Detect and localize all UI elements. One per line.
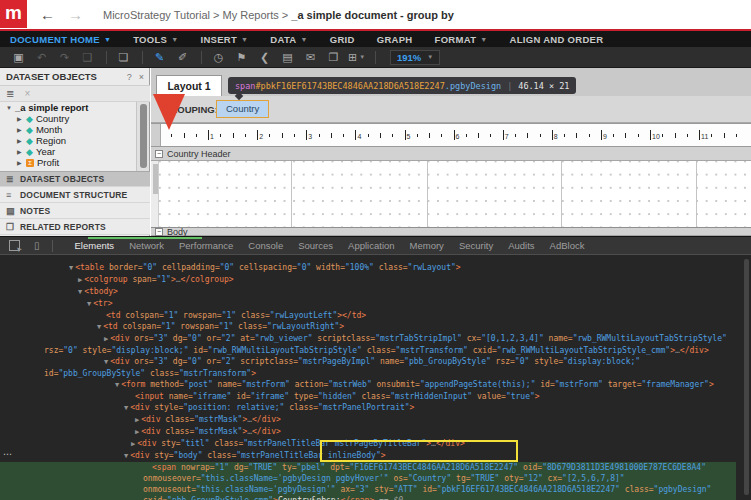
sidebar-item-document-structure[interactable]: ≡DOCUMENT STRUCTURE	[0, 187, 150, 203]
tree-root-a-simple-report[interactable]: ▼_a simple report	[0, 102, 136, 113]
share-icon[interactable]: ❮	[254, 49, 275, 65]
dom-tree-node[interactable]: <td colspan="1" rowspan="1" class="rwLay…	[0, 310, 736, 321]
breadcrumb-path[interactable]: MicroStrategy Tutorial > My Reports >	[103, 9, 291, 21]
expand-arrow-icon[interactable]: ▼	[124, 404, 128, 412]
expand-arrow-icon[interactable]: ▶	[135, 416, 139, 424]
expand-arrow-icon[interactable]: ▼	[124, 452, 128, 460]
expand-arrow-icon[interactable]: ▼	[115, 381, 119, 389]
forward-arrow-icon[interactable]: →	[68, 6, 83, 23]
dom-tree-node[interactable]: ▼<div style="position: relative;" class=…	[0, 402, 736, 414]
help-icon[interactable]: ?	[127, 72, 132, 82]
dom-tree-node[interactable]: ▼<tr>	[0, 298, 736, 310]
menu-insert[interactable]: INSERT▼	[200, 34, 248, 45]
design-mode-icon[interactable]: ✎	[149, 49, 170, 65]
expand-arrow-icon[interactable]: ▶	[17, 148, 26, 155]
tree-item-year[interactable]: ▶◆Year	[0, 146, 136, 157]
zoom-select[interactable]: 191% ▼	[390, 50, 440, 65]
dom-tree-node[interactable]: <span nowrap="1" dg="TRUE" ty="pbel" dpt…	[0, 462, 736, 500]
expand-arrow-icon[interactable]: ▶	[104, 335, 108, 343]
layout-tab[interactable]: Layout 1	[156, 75, 222, 96]
devtools-tab-elements[interactable]: Elements	[75, 240, 115, 251]
dom-tree-node[interactable]: ▼<td colspan="1" rowspan="1" class="rwLa…	[0, 321, 736, 333]
dom-tree-node[interactable]: <input name="iframe" id="iframe" type="h…	[0, 391, 736, 402]
send-mail-icon[interactable]: ✉	[300, 49, 321, 65]
insert-grid-icon[interactable]: ⊞▼	[346, 49, 367, 65]
menu-grid[interactable]: GRID	[330, 34, 355, 45]
tree-item-month[interactable]: ▶◆Month	[0, 124, 136, 135]
schedule-icon[interactable]: ◷	[208, 49, 229, 65]
tree-item-country[interactable]: ▶◆Country	[0, 113, 136, 124]
devtools-tab-memory[interactable]: Memory	[410, 240, 444, 251]
devtools-tab-audits[interactable]: Audits	[508, 240, 534, 251]
undo-icon[interactable]: ↶	[31, 49, 52, 65]
design-grid[interactable]	[151, 161, 751, 227]
menu-document-home[interactable]: DOCUMENT HOME▼	[10, 34, 111, 45]
menu-format[interactable]: FORMAT▼	[435, 34, 488, 45]
sidebar-item-related-reports[interactable]: ❐RELATED REPORTS	[0, 219, 150, 235]
dom-tree-node[interactable]: ▶<div class="mstrMask">…</div>	[0, 414, 736, 426]
expand-arrow-icon[interactable]: ▼	[69, 264, 73, 272]
devtools-tab-performance[interactable]: Performance	[179, 240, 233, 251]
devtools-scrollbar[interactable]	[744, 259, 749, 495]
expand-arrow-icon[interactable]: ▶	[17, 137, 26, 144]
ruler-tick	[638, 134, 639, 137]
expand-arrow-icon[interactable]: ▼	[104, 358, 108, 366]
dom-tree-node[interactable]: ▶<div ors="3" dg="0" or="2" at="rwb_view…	[0, 333, 736, 356]
menu-tools[interactable]: TOOLS▼	[133, 34, 178, 45]
expand-arrow-icon[interactable]: ▼	[78, 288, 82, 296]
device-toolbar-icon[interactable]: ▯	[34, 240, 40, 251]
dom-tree-node[interactable]: ▼<div ors="3" dg="0" or="2" scriptclass=…	[0, 356, 736, 379]
dom-tree-node[interactable]: ▼<form method="post" name="mstrForm" act…	[0, 379, 736, 391]
ruler-tick	[331, 133, 332, 138]
dom-tree-node[interactable]: ▼<table border="0" cellpadding="0" cells…	[0, 262, 736, 274]
tree-item-profit[interactable]: ▶ΣProfit	[0, 157, 136, 168]
devtools-tab-security[interactable]: Security	[459, 240, 493, 251]
devtools-tab-adblock[interactable]: AdBlock	[550, 240, 585, 251]
sidebar-scrollbar-thumb[interactable]	[140, 104, 147, 168]
sidebar-item-notes[interactable]: ▤NOTES	[0, 203, 150, 219]
canvas-scrollbar[interactable]	[151, 161, 159, 227]
bookmark-icon[interactable]: ⚑	[231, 49, 252, 65]
expand-arrow-icon[interactable]: ▼	[87, 300, 91, 308]
code-token: style=	[149, 403, 183, 412]
expand-arrow-icon[interactable]: ▶	[17, 126, 26, 133]
paste-icon[interactable]: ❑	[77, 49, 98, 65]
expand-arrow-icon[interactable]: ▶	[78, 276, 82, 284]
expand-arrow-icon[interactable]: ▼	[97, 323, 101, 331]
expand-arrow-icon[interactable]: ▶	[17, 159, 26, 166]
devtools-tab-console[interactable]: Console	[248, 240, 283, 251]
devtools-tab-application[interactable]: Application	[348, 240, 394, 251]
expand-arrow-icon[interactable]: ▶	[131, 440, 135, 448]
ruler-tick	[466, 134, 467, 137]
devtools-tab-network[interactable]: Network	[129, 240, 164, 251]
print-icon[interactable]: ▤	[277, 49, 298, 65]
close-icon[interactable]: ×	[139, 72, 144, 82]
back-arrow-icon[interactable]: ←	[40, 6, 55, 23]
menu-align-and-order[interactable]: ALIGN AND ORDER	[510, 34, 604, 45]
redo-icon[interactable]: ↷	[54, 49, 75, 65]
sidebar-scrollbar[interactable]	[136, 102, 149, 171]
tree-item-region[interactable]: ▶◆Region	[0, 135, 136, 146]
devtools-tab-sources[interactable]: Sources	[298, 240, 333, 251]
remove-dataset-icon[interactable]: ×	[24, 88, 30, 99]
export-icon[interactable]: ❐	[323, 49, 344, 65]
dom-tree-node[interactable]: ▶<colgroup span="1">…</colgroup>	[0, 274, 736, 286]
sidebar-item-dataset-objects[interactable]: ≣DATASET OBJECTS	[0, 171, 150, 187]
menu-graph[interactable]: GRAPH	[377, 34, 413, 45]
expand-arrow-icon[interactable]: ▶	[17, 115, 26, 122]
comment-icon[interactable]: ❏	[113, 49, 134, 65]
add-dataset-icon[interactable]: ≣	[6, 88, 14, 99]
menu-data[interactable]: DATA▼	[270, 34, 307, 45]
expand-arrow-icon[interactable]: ▼	[6, 105, 15, 111]
collapse-icon[interactable]: −	[155, 150, 163, 158]
grouping-chip-country[interactable]: Country	[216, 100, 269, 118]
expand-arrow-icon[interactable]: ▶	[135, 428, 139, 436]
code-token: "0"	[63, 346, 77, 355]
dom-tree-node[interactable]: ▶<div class="mstrMask">…</div>	[0, 426, 736, 438]
collapse-icon[interactable]: −	[155, 228, 163, 236]
dom-tree-node[interactable]: ▼<tbody>	[0, 286, 736, 298]
inspect-element-icon[interactable]: ➤	[9, 240, 20, 251]
editable-mode-icon[interactable]: ✐	[172, 49, 193, 65]
canvas-scrollbar-thumb[interactable]	[153, 164, 158, 194]
save-icon[interactable]: ▣	[8, 49, 29, 65]
